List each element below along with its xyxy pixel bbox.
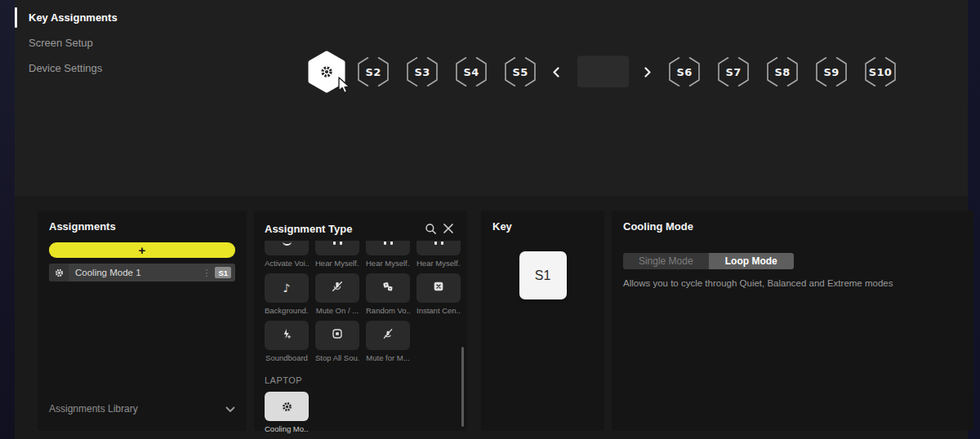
- tile-label: Stop All Sou...: [315, 353, 359, 362]
- nav-item-device-settings[interactable]: Device Settings: [15, 55, 178, 81]
- partial-icon: [333, 242, 342, 245]
- partial-icon: [283, 242, 292, 246]
- mic-slash-icon: [381, 327, 394, 344]
- tile-label: Instant Cen...: [416, 306, 461, 315]
- plus-icon: +: [139, 244, 146, 256]
- assignment-type-title: Assignment Type: [265, 223, 352, 235]
- nav-item-key-assignments[interactable]: Key Assignments: [15, 5, 178, 30]
- cooling-mode-panel: Cooling Mode Single Mode Loop Mode Allow…: [612, 211, 973, 431]
- key-button-s6[interactable]: S6: [667, 53, 702, 91]
- desktop-background-left: [0, 0, 15, 439]
- single-mode-label: Single Mode: [639, 255, 693, 267]
- tile-mute-for-me[interactable]: [366, 321, 410, 350]
- chevron-right-icon: [644, 67, 651, 78]
- assignments-panel: Assignments + Cooling Mode 1 ⋮ S1 Assign…: [38, 211, 247, 431]
- close-icon[interactable]: [440, 220, 457, 237]
- kebab-icon[interactable]: ⋮: [198, 268, 215, 278]
- key-button-s8[interactable]: S8: [765, 53, 800, 91]
- close-square-icon: [432, 280, 445, 296]
- tile-label: Soundboard: [265, 353, 309, 362]
- key-selector-row: S2 S3 S4 S5: [307, 51, 898, 93]
- tile-cooling-mode[interactable]: [265, 392, 309, 421]
- key-panel: Key S1: [481, 211, 604, 431]
- scrollbar-thumb[interactable]: [461, 347, 464, 427]
- gear-icon: [49, 264, 69, 282]
- tile-instant-censor[interactable]: [416, 273, 461, 303]
- single-mode-button[interactable]: Single Mode: [623, 253, 709, 269]
- nav-label: Key Assignments: [29, 11, 118, 24]
- tile-label: Hear Myself...: [366, 259, 410, 268]
- tile-row-2: ♪: [265, 273, 457, 321]
- key-button-s9[interactable]: S9: [814, 53, 849, 91]
- active-indicator: [15, 7, 17, 28]
- bolt-plus-icon: [280, 327, 293, 344]
- tile-hear-myself-3[interactable]: [416, 241, 461, 255]
- tile-hear-myself-1[interactable]: [315, 241, 359, 255]
- key-panel-title: Key: [492, 220, 593, 233]
- key-button-s3[interactable]: S3: [405, 53, 439, 91]
- cooling-mode-title: Cooling Mode: [623, 220, 962, 233]
- assignments-library-toggle[interactable]: Assignments Library: [49, 401, 235, 416]
- key-label: S4: [454, 53, 488, 91]
- tile-label: Activate Voi...: [265, 259, 309, 268]
- cooling-mode-description: Allows you to cycle through Quiet, Balan…: [623, 278, 962, 288]
- assignment-type-header: Assignment Type: [265, 220, 457, 237]
- assignment-list-item[interactable]: Cooling Mode 1 ⋮ S1: [49, 264, 235, 282]
- mode-toggle: Single Mode Loop Mode: [623, 253, 794, 269]
- gear-icon: [282, 401, 292, 412]
- loop-mode-button[interactable]: Loop Mode: [709, 253, 795, 269]
- partial-icon: [434, 242, 443, 245]
- laptop-section-label: LAPTOP: [265, 375, 457, 385]
- tile-label: Cooling Mo...: [265, 424, 309, 433]
- keycap-label: S1: [535, 268, 551, 283]
- key-label: S8: [765, 53, 800, 91]
- nav-item-screen-setup[interactable]: Screen Setup: [15, 30, 178, 55]
- key-label: S2: [356, 53, 390, 91]
- dice-icon: [381, 280, 394, 296]
- key-label: S5: [503, 53, 537, 91]
- key-label: S7: [716, 53, 751, 91]
- screen-preview[interactable]: [577, 56, 629, 87]
- previous-screen-button[interactable]: [550, 64, 563, 80]
- nav-label: Device Settings: [29, 62, 102, 74]
- tile-soundboard[interactable]: [265, 321, 309, 350]
- key-label: S9: [814, 53, 849, 91]
- tile-label: Random Vo...: [366, 306, 410, 315]
- tile-row-3: Soundboard Stop All Sou... Mute for M...: [265, 321, 457, 368]
- tile-activate-voice[interactable]: [265, 241, 309, 255]
- search-icon[interactable]: [422, 220, 439, 237]
- mic-mute-icon: [331, 280, 344, 296]
- tile-row-laptop: Cooling Mo...: [265, 392, 457, 439]
- app-window: Key Assignments Screen Setup Device Sett…: [15, 0, 968, 439]
- key-button-s7[interactable]: S7: [716, 53, 751, 91]
- tile-hear-myself-2[interactable]: [366, 241, 410, 255]
- nav-label: Screen Setup: [29, 37, 93, 49]
- partial-icon: [384, 242, 393, 245]
- assignment-name: Cooling Mode 1: [69, 268, 198, 277]
- tile-stop-all-sounds[interactable]: [315, 321, 359, 350]
- assigned-keycap: S1: [519, 251, 567, 299]
- assignment-type-panel: Assignment Type: [254, 211, 467, 431]
- tile-label: Mute for M...: [366, 353, 410, 362]
- key-button-s2[interactable]: S2: [356, 53, 390, 91]
- tile-row-partial: Activate Voi... Hear Myself... Hear Myse…: [265, 241, 457, 273]
- tile-mute-on-off[interactable]: [315, 273, 359, 303]
- key-label: S3: [405, 53, 439, 91]
- loop-mode-label: Loop Mode: [725, 255, 777, 267]
- gear-key-button[interactable]: [307, 51, 346, 93]
- tile-background-music[interactable]: ♪: [265, 273, 309, 303]
- add-assignment-button[interactable]: +: [49, 242, 235, 258]
- key-label: S10: [863, 53, 898, 91]
- chevron-down-icon: [225, 401, 235, 416]
- key-label: S6: [667, 53, 702, 91]
- tile-label: Hear Myself...: [315, 259, 359, 268]
- assignments-library-label: Assignments Library: [49, 403, 138, 415]
- stop-icon: [331, 327, 344, 344]
- key-button-s10[interactable]: S10: [863, 53, 898, 91]
- tile-label: Mute On / ...: [315, 306, 359, 315]
- next-screen-button[interactable]: [641, 64, 654, 80]
- tile-label: Hear Myself...: [416, 259, 461, 268]
- tile-random-voice[interactable]: [366, 273, 410, 303]
- key-button-s5[interactable]: S5: [503, 53, 537, 91]
- key-button-s4[interactable]: S4: [454, 53, 488, 91]
